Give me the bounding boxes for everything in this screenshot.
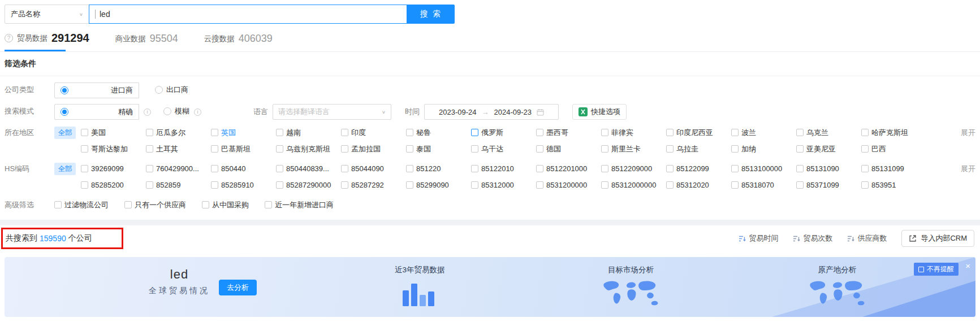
region-checkbox[interactable]: 巴基斯坦 bbox=[211, 142, 276, 156]
hs-checkbox[interactable]: 850440 bbox=[211, 162, 276, 176]
hs-checkbox[interactable]: 851220 bbox=[406, 162, 471, 176]
checkbox-label: 哥斯达黎加 bbox=[91, 142, 128, 156]
region-checkbox[interactable]: 加纳 bbox=[731, 142, 796, 156]
tab-business-data[interactable]: 商业数据 95504 bbox=[115, 33, 178, 51]
region-checkbox[interactable]: 巴西 bbox=[861, 142, 926, 156]
sort-icon bbox=[793, 235, 800, 242]
radio-importer[interactable]: 进口商 bbox=[54, 82, 139, 98]
banner-card-trade-data[interactable]: 近3年贸易数据 bbox=[395, 265, 445, 306]
region-checkbox[interactable]: 厄瓜多尔 bbox=[146, 125, 211, 140]
sort-supplier-count[interactable]: 供应商数 bbox=[847, 233, 887, 243]
region-checkbox[interactable]: 俄罗斯 bbox=[471, 125, 536, 140]
region-checkbox[interactable]: 德国 bbox=[536, 142, 601, 156]
region-checkbox[interactable]: 泰国 bbox=[406, 142, 471, 156]
hs-checkbox[interactable]: 850440839... bbox=[276, 162, 341, 176]
checkbox-label: 近一年新增进口商 bbox=[275, 198, 334, 212]
checkbox-icon bbox=[146, 181, 153, 189]
hs-checkbox[interactable]: 85312000000 bbox=[601, 178, 666, 192]
radio-exporter[interactable]: 出口商 bbox=[155, 82, 188, 97]
hs-checkbox[interactable]: 853951 bbox=[861, 178, 926, 192]
hs-checkbox[interactable]: 760429900... bbox=[146, 162, 211, 176]
search-button[interactable]: 搜 索 bbox=[407, 5, 455, 24]
hs-checkbox[interactable]: 39269099 bbox=[81, 162, 146, 176]
filter-label: HS编码 bbox=[5, 162, 54, 176]
hs-checkbox[interactable]: 85299090 bbox=[406, 178, 471, 192]
advanced-checkbox[interactable]: 只有一个供应商 bbox=[124, 198, 186, 212]
region-checkbox[interactable]: 乌拉圭 bbox=[666, 142, 731, 156]
region-checkbox[interactable]: 越南 bbox=[276, 125, 341, 140]
region-checkbox[interactable]: 乌兹别克斯坦 bbox=[276, 142, 341, 156]
search-input[interactable] bbox=[100, 10, 401, 19]
sort-trade-count[interactable]: 贸易次数 bbox=[793, 233, 832, 243]
info-circle-icon: i bbox=[194, 108, 201, 116]
checkbox-label: 8513100000 bbox=[741, 162, 782, 176]
region-checkbox[interactable]: 斯里兰卡 bbox=[601, 142, 666, 156]
region-all-chip[interactable]: 全部 bbox=[54, 127, 76, 139]
region-checkbox[interactable]: 英国 bbox=[211, 125, 276, 140]
banner-card-target-market[interactable]: 目标市场分析 bbox=[598, 265, 663, 308]
region-checkbox[interactable]: 墨西哥 bbox=[536, 125, 601, 140]
region-checkbox[interactable]: 亚美尼亚 bbox=[796, 142, 861, 156]
region-checkbox[interactable]: 印度 bbox=[341, 125, 406, 140]
radio-exact[interactable]: 精确 bbox=[54, 104, 139, 120]
region-checkbox[interactable]: 哥斯达黎加 bbox=[81, 142, 146, 156]
results-count[interactable]: 159590 bbox=[40, 234, 66, 243]
tab-count: 291294 bbox=[51, 32, 89, 45]
hs-checkbox[interactable]: 85287292 bbox=[341, 178, 406, 192]
hs-expand-link[interactable]: 展开 bbox=[949, 162, 975, 176]
checkbox-label: 只有一个供应商 bbox=[135, 198, 186, 212]
region-checkbox[interactable]: 秘鲁 bbox=[406, 125, 471, 140]
language-select[interactable]: 请选择翻译语言 ∨ bbox=[273, 104, 391, 120]
search-category-dropdown[interactable]: 产品名称 ∨ bbox=[5, 5, 89, 24]
close-icon[interactable]: × bbox=[965, 262, 970, 270]
hs-checkbox[interactable]: 8512201000 bbox=[536, 162, 601, 176]
region-checkbox[interactable]: 孟加拉国 bbox=[341, 142, 406, 156]
region-checkbox[interactable]: 乌干达 bbox=[471, 142, 536, 156]
hs-checkbox[interactable]: 85122099 bbox=[666, 162, 731, 176]
tab-cloud-data[interactable]: 云搜数据 406039 bbox=[204, 33, 273, 51]
region-checkbox[interactable]: 美国 bbox=[81, 125, 146, 140]
hs-checkbox[interactable]: 8513100000 bbox=[731, 162, 796, 176]
advanced-checkbox[interactable]: 从中国采购 bbox=[202, 198, 249, 212]
hs-checkbox[interactable]: 85312020 bbox=[666, 178, 731, 192]
hs-checkbox[interactable]: 85131099 bbox=[861, 162, 926, 176]
checkbox-icon bbox=[341, 129, 348, 136]
sort-trade-time[interactable]: 贸易时间 bbox=[739, 233, 778, 243]
quick-options-button[interactable]: 快捷选项 bbox=[572, 104, 627, 120]
date-range-picker[interactable]: 2023-09-24 → 2024-09-23 bbox=[424, 104, 559, 120]
radio-fuzzy[interactable]: 模糊 bbox=[163, 104, 189, 119]
hs-checkbox[interactable]: 852859 bbox=[146, 178, 211, 192]
dismiss-reminder-toggle[interactable]: 不再提醒 bbox=[914, 263, 959, 276]
hs-all-chip[interactable]: 全部 bbox=[54, 163, 76, 175]
hs-checkbox[interactable]: 8531200000 bbox=[536, 178, 601, 192]
hs-checkbox[interactable]: 85371099 bbox=[796, 178, 861, 192]
tab-trade-data[interactable]: ? 贸易数据 291294 bbox=[5, 32, 89, 51]
hs-checkbox[interactable]: 85312000 bbox=[471, 178, 536, 192]
hs-checkbox[interactable]: 85131090 bbox=[796, 162, 861, 176]
region-checkbox[interactable]: 菲律宾 bbox=[601, 125, 666, 140]
banner-keyword-block: led 全球贸易情况 去分析 bbox=[149, 267, 257, 296]
hs-checkbox[interactable]: 85287290000 bbox=[276, 178, 341, 192]
region-checkbox[interactable]: 印度尼西亚 bbox=[666, 125, 731, 140]
region-checkbox[interactable]: 哈萨克斯坦 bbox=[861, 125, 926, 140]
hs-checkbox[interactable]: 85044090 bbox=[341, 162, 406, 176]
hs-checkbox[interactable]: 85285910 bbox=[211, 178, 276, 192]
hs-checkbox[interactable]: 85122010 bbox=[471, 162, 536, 176]
advanced-checkbox[interactable]: 近一年新增进口商 bbox=[265, 198, 334, 212]
banner-card-origin[interactable]: 原产地分析 bbox=[805, 265, 870, 308]
checkbox-icon bbox=[796, 181, 804, 189]
region-checkbox[interactable]: 土耳其 bbox=[146, 142, 211, 156]
hs-checkbox[interactable]: 85285200 bbox=[81, 178, 146, 192]
region-checkbox[interactable]: 波兰 bbox=[731, 125, 796, 140]
hs-checkbox[interactable]: 8512209000 bbox=[601, 162, 666, 176]
export-icon bbox=[909, 234, 917, 242]
advanced-checkbox[interactable]: 过滤物流公司 bbox=[54, 198, 109, 212]
region-expand-link[interactable]: 展开 bbox=[949, 125, 975, 140]
region-checkbox[interactable]: 乌克兰 bbox=[796, 125, 861, 140]
analyze-button[interactable]: 去分析 bbox=[219, 280, 257, 295]
import-crm-button[interactable]: 导入内部CRM bbox=[901, 230, 974, 247]
checkbox-icon bbox=[918, 267, 924, 272]
checkbox-icon bbox=[536, 165, 543, 172]
checkbox-label: 85122099 bbox=[676, 162, 709, 176]
hs-checkbox[interactable]: 85318070 bbox=[731, 178, 796, 192]
